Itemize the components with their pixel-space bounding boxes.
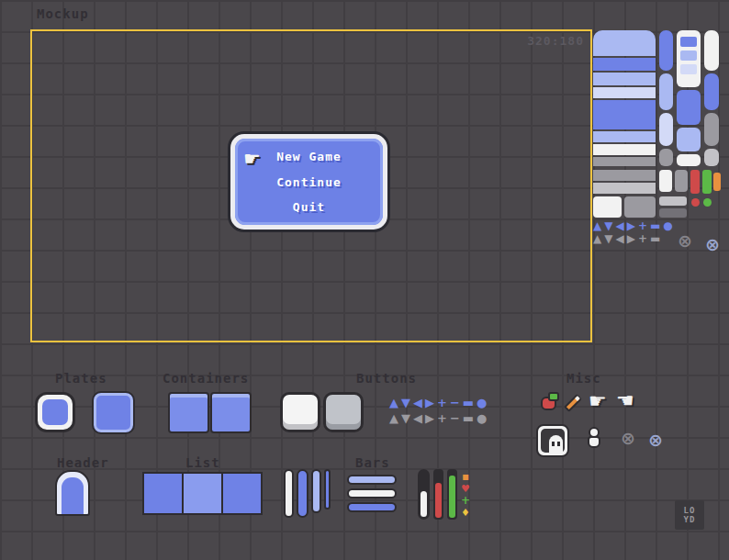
button-sample-gray [323,392,364,432]
person-icon [586,427,602,454]
scrollbar-track-lightblue [311,469,321,513]
ghost-icon [549,435,563,454]
logo-line-2: YD [684,515,696,524]
hand-grab-icon: ☚ [616,389,634,412]
close-icon: ⊗ [705,234,720,254]
arrow-icon: ▶ [627,232,635,245]
container-sample [210,392,252,433]
list-cell [142,472,184,515]
menu-panel: ☛ New Game Continue Quit [228,131,390,232]
sheet-piece [680,37,697,47]
arrow-icon: ◀ [413,412,422,425]
arrow-icon: − [450,397,460,409]
square-icon: ▪ [462,471,469,483]
page-title: Mockup [37,6,89,21]
meter-icon-stack: ▪ ♥ + ♦ [461,471,470,519]
sheet-piece [593,87,656,98]
sheet-piece [659,208,687,218]
arrow-icon: ▼ [604,232,612,245]
sheet-piece [675,170,688,192]
button-arrow-icons-gray: ▲▼◀▶+−▬● [389,412,487,425]
meter-health-red [433,469,443,520]
sheet-piece [593,196,622,218]
mockup-frame: 320:180 ☛ New Game Continue Quit [30,29,592,342]
apple-icon [541,397,556,410]
meter-energy-green [447,469,457,520]
scrollbar-track-white [284,469,294,518]
arrow-icon: ▬ [463,397,474,409]
sheet-piece [593,157,656,166]
sheet-piece [659,170,672,192]
sheet-piece [593,30,656,56]
horizontal-bars-sample [347,475,397,512]
sheet-arrow-icons-gray: ▲▼◀▶+▬ [593,232,660,245]
section-label-misc: Misc [566,371,601,386]
sheet-piece [624,196,656,218]
menu-item-new-game[interactable]: New Game [276,150,342,163]
sheet-piece [677,30,701,87]
arrow-icon: ▬ [650,232,660,245]
sheet-piece [713,173,721,191]
section-label-header: Header [57,455,109,470]
sheet-piece [677,128,701,151]
arrow-icon: ▶ [425,412,434,425]
arrow-icon: ▲ [593,219,601,232]
hand-cursor-icon: ☛ [243,148,261,170]
hand-point-icon: ☛ [589,389,607,412]
close-icon: ⊗ [678,230,692,251]
menu-item-quit[interactable]: Quit [293,200,325,214]
sheet-piece [593,73,656,85]
arrow-icon: ● [663,219,672,232]
sheet-piece [702,170,712,194]
sheet-piece [690,170,700,194]
logo-line-1: LO [684,506,696,515]
arrow-icon: ▲ [593,232,601,245]
arrow-icon: ● [477,397,487,409]
button-sample-white [280,392,320,432]
plate-sample-blue [92,391,135,434]
section-label-bars: Bars [355,455,390,470]
arrow-icon: ▶ [627,219,635,232]
arrow-icon: ▼ [604,219,612,232]
sheet-piece [593,144,656,155]
meter-white [418,469,430,520]
sheet-piece [593,183,656,194]
progress-bar-lightblue [347,475,397,485]
arrow-icon: ◀ [413,397,422,409]
sheet-piece [659,73,673,110]
pencil-icon [564,394,582,412]
close-icon: ⊗ [648,430,663,450]
arrow-icon: ● [477,412,487,425]
arrow-icon: ▲ [389,397,398,409]
sheet-piece [691,198,700,207]
plate-inner [42,399,68,425]
scrollbar-thumb [324,469,331,510]
header-arch-sample [55,470,90,516]
sheet-piece [593,131,656,142]
arrow-icon: ▲ [389,412,398,425]
menu-inner-panel: ☛ New Game Continue Quit [235,139,383,225]
arrow-icon: ▬ [650,219,660,232]
container-sample [168,392,209,433]
diamond-icon: ♦ [461,507,470,519]
section-label-list: List [185,455,220,470]
arrow-icon: + [638,219,647,232]
sheet-piece [703,198,712,207]
meter-fill [435,483,442,518]
arrow-icon: + [638,232,647,245]
sheet-piece [677,154,701,166]
portrait-background [541,429,565,453]
list-cell [221,472,263,515]
sheet-piece [593,58,656,71]
sheet-arrow-icons-blue: ▲▼◀▶+▬● [593,219,673,232]
resolution-label: 320:180 [527,34,584,48]
sheet-piece [704,113,719,146]
menu-item-continue[interactable]: Continue [276,175,342,189]
editor-canvas: Mockup 320:180 ☛ New Game Continue Quit … [0,0,729,560]
arrow-icon: ◀ [615,232,623,245]
sheet-piece [659,30,673,71]
sheet-piece [680,50,697,61]
list-sample [142,472,263,515]
arrow-icon: ▼ [401,412,410,425]
arrow-icon: + [437,412,447,425]
